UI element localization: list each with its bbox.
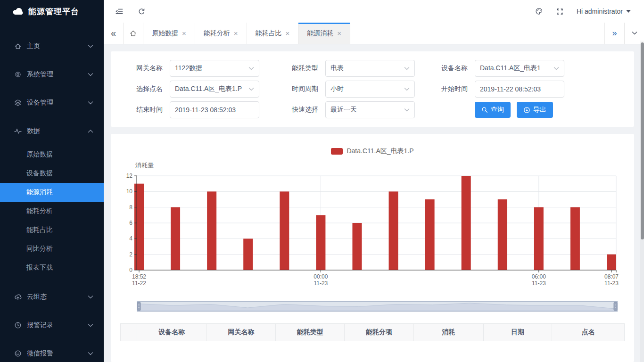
close-tab-icon[interactable]: ×	[337, 29, 341, 37]
sidebar-subitem-能耗分析[interactable]: 能耗分析	[0, 202, 104, 221]
select-caret-icon	[404, 108, 410, 112]
bar[interactable]	[316, 215, 325, 270]
select-时间周期[interactable]: 小时	[325, 81, 415, 98]
field-label: 快速选择	[278, 106, 318, 114]
y-axis-title: 消耗量	[135, 161, 154, 170]
sidebar-subitem-报表下载[interactable]: 报表下载	[0, 258, 104, 277]
sidebar-item-云组态[interactable]: 云组态	[0, 283, 104, 311]
sidebar-subitem-能耗占比[interactable]: 能耗占比	[0, 221, 104, 239]
close-tab-icon[interactable]: ×	[234, 29, 238, 37]
column-header-点名: 点名	[552, 324, 624, 341]
sidebar: 能源管理平台 主页系统管理设备管理数据原始数据设备数据能源消耗能耗分析能耗占比同…	[0, 0, 104, 362]
sidebar-item-数据[interactable]: 数据	[0, 117, 104, 145]
datazoom-slider[interactable]	[137, 301, 618, 312]
result-table-header: 设备名称网关名称能耗类型能耗分项消耗日期点名	[120, 323, 625, 341]
legend-swatch	[331, 148, 343, 155]
filter-field: 网关名称1122数据	[123, 60, 278, 77]
user-menu[interactable]: Hi administrator	[577, 8, 631, 15]
sidebar-item-label: 主页	[27, 42, 88, 50]
palette-icon[interactable]	[535, 7, 543, 16]
bar[interactable]	[570, 207, 580, 270]
query-button[interactable]: 查询	[475, 102, 511, 118]
datazoom-handle[interactable]	[614, 302, 617, 311]
bar[interactable]	[352, 223, 362, 270]
tab-原始数据[interactable]: 原始数据×	[143, 23, 195, 44]
sidebar-item-主页[interactable]: 主页	[0, 32, 104, 60]
app-title: 能源管理平台	[28, 6, 79, 17]
select-设备名称[interactable]: Data.C11.A区_电表1	[475, 60, 564, 77]
home-tab[interactable]	[124, 23, 143, 44]
tab-能源消耗[interactable]: 能源消耗×	[298, 23, 350, 44]
chart-legend[interactable]: Data.C11.A区_电表1.P	[111, 147, 634, 156]
legend-label: Data.C11.A区_电表1.P	[347, 147, 413, 156]
bar[interactable]	[534, 207, 544, 270]
tabs-scroll-right-button[interactable]: »	[604, 23, 624, 44]
select-网关名称[interactable]: 1122数据	[170, 60, 259, 77]
select-能耗类型[interactable]: 电表	[325, 60, 415, 77]
bar[interactable]	[389, 191, 398, 270]
input-结束时间[interactable]: 2019-11-23 08:52:03	[170, 101, 259, 118]
filter-field: 快速选择最近一天	[278, 101, 428, 118]
close-tab-icon[interactable]: ×	[286, 29, 290, 37]
tab-label: 能耗占比	[256, 29, 282, 38]
bar[interactable]	[207, 191, 216, 270]
menu-fold-icon[interactable]	[115, 7, 124, 16]
select-选择点名[interactable]: Data.C11.A区_电表1.P	[170, 81, 259, 98]
sidebar-item-微信报警[interactable]: 微信报警	[0, 339, 104, 362]
sidebar-subitem-原始数据[interactable]: 原始数据	[0, 145, 104, 164]
select-快速选择[interactable]: 最近一天	[325, 101, 415, 118]
main-content: 网关名称1122数据能耗类型电表设备名称Data.C11.A区_电表1选择点名D…	[104, 44, 644, 362]
bar[interactable]	[134, 184, 144, 270]
tab-能耗分析[interactable]: 能耗分析×	[195, 23, 247, 44]
bar[interactable]	[171, 207, 180, 270]
sidebar-item-报警记录[interactable]: 报警记录	[0, 311, 104, 339]
svg-text:08:07: 08:07	[604, 273, 619, 280]
page-scrollbar-thumb[interactable]	[641, 42, 644, 239]
sidebar-subitem-设备数据[interactable]: 设备数据	[0, 164, 104, 183]
svg-text:8: 8	[129, 204, 132, 211]
tabs-scroll-left-button[interactable]: «	[104, 23, 124, 44]
field-value: 小时	[330, 85, 404, 93]
column-header-能耗分项: 能耗分项	[345, 324, 414, 341]
sidebar-item-系统管理[interactable]: 系统管理	[0, 60, 104, 89]
fullscreen-icon[interactable]	[556, 8, 563, 15]
input-开始时间[interactable]: 2019-11-22 08:52:03	[475, 81, 564, 98]
chart-panel: Data.C11.A区_电表1.P 消耗量 02468101218:5211-2…	[111, 134, 634, 362]
layers-icon	[14, 99, 22, 107]
sidebar-subitem-同比分析[interactable]: 同比分析	[0, 239, 104, 258]
sidebar-item-label: 设备管理	[27, 99, 88, 107]
tab-能耗占比[interactable]: 能耗占比×	[247, 23, 299, 44]
bar[interactable]	[607, 255, 616, 270]
bar[interactable]	[462, 176, 471, 270]
bar[interactable]	[243, 239, 253, 270]
select-caret-icon	[553, 66, 559, 71]
svg-text:11-22: 11-22	[132, 280, 146, 287]
open-tabs: 原始数据×能耗分析×能耗占比×能源消耗×	[143, 23, 350, 44]
field-value: Data.C11.A区_电表1	[480, 64, 553, 73]
field-value: Data.C11.A区_电表1.P	[175, 85, 248, 93]
field-value: 2019-11-23 08:52:03	[175, 106, 254, 114]
refresh-icon[interactable]	[138, 8, 146, 16]
bar[interactable]	[280, 191, 289, 270]
field-value: 最近一天	[330, 106, 404, 114]
datazoom-handle[interactable]	[137, 302, 140, 311]
column-header-消耗: 消耗	[414, 324, 484, 341]
chevron-down-icon	[88, 44, 93, 49]
filter-field: 能耗类型电表	[278, 60, 428, 77]
tab-label: 原始数据	[152, 29, 178, 38]
export-button[interactable]: 导出	[517, 102, 553, 118]
filter-panel: 网关名称1122数据能耗类型电表设备名称Data.C11.A区_电表1选择点名D…	[111, 51, 634, 127]
sidebar-item-设备管理[interactable]: 设备管理	[0, 89, 104, 117]
field-label: 结束时间	[123, 106, 163, 114]
sidebar-subitem-能源消耗[interactable]: 能源消耗	[0, 183, 104, 202]
column-header-日期: 日期	[484, 324, 553, 341]
bar[interactable]	[498, 199, 507, 270]
close-tab-icon[interactable]: ×	[182, 29, 186, 37]
bar[interactable]	[425, 199, 435, 270]
chevron-down-icon	[88, 73, 93, 77]
sidebar-menu: 主页系统管理设备管理数据原始数据设备数据能源消耗能耗分析能耗占比同比分析报表下载…	[0, 32, 104, 362]
download-icon	[523, 107, 530, 114]
select-caret-icon	[248, 87, 254, 91]
sidebar-item-label: 云组态	[27, 293, 88, 301]
sidebar-item-label: 报警记录	[27, 321, 88, 329]
